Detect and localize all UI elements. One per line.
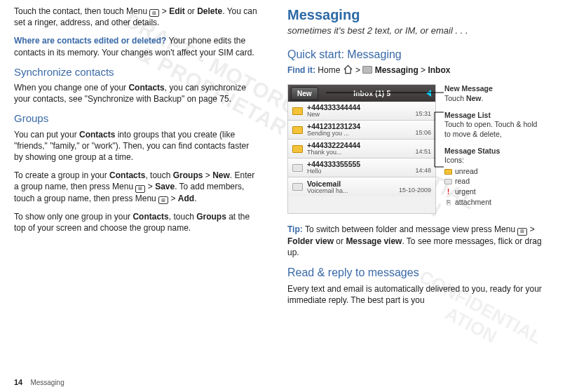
para-groups-intro: You can put your Contacts into groups th… bbox=[14, 129, 259, 163]
message-row[interactable]: +441231231234Sending you ... 15:06 bbox=[288, 121, 435, 140]
callout-message-list: Message List Touch to open. Touch & hold… bbox=[444, 111, 543, 140]
page-footer: 14 Messaging bbox=[14, 377, 64, 388]
menu-icon: ⊞ bbox=[517, 228, 527, 236]
para-where-edited: Where are contacts edited or deleted? Yo… bbox=[14, 35, 259, 58]
left-column: Touch the contact, then touch Menu ⊞ > E… bbox=[14, 6, 259, 313]
heading-messaging: Messaging bbox=[287, 6, 547, 25]
envelope-icon bbox=[292, 126, 303, 134]
read-icon bbox=[444, 179, 452, 184]
page-number: 14 bbox=[14, 378, 22, 386]
unread-icon bbox=[444, 169, 452, 175]
messaging-icon bbox=[362, 66, 372, 74]
heading-synchronize: Synchronize contacts bbox=[14, 65, 259, 79]
message-time: 15:31 bbox=[415, 109, 431, 118]
message-row[interactable]: +444332224444Thank you... 14:51 bbox=[288, 140, 435, 158]
message-row[interactable]: +444333344444New 15:31 bbox=[288, 102, 435, 121]
phone-header: New Inbox (1) 5 bbox=[288, 85, 435, 102]
phone-diagram: New Inbox (1) 5 +444333344444New 15:31 +… bbox=[287, 84, 547, 214]
message-time: 15:06 bbox=[415, 128, 431, 137]
para-edit-delete: Touch the contact, then touch Menu ⊞ > E… bbox=[14, 6, 259, 28]
new-button[interactable]: New bbox=[291, 87, 318, 101]
para-create-group: To create a group in your Contacts, touc… bbox=[14, 170, 259, 204]
attachment-icon: ⎘ bbox=[444, 198, 452, 207]
envelope-icon bbox=[292, 164, 303, 172]
para-show-group: To show only one group in your Contacts,… bbox=[14, 211, 259, 234]
menu-icon: ⊞ bbox=[135, 185, 145, 193]
menu-icon: ⊞ bbox=[149, 9, 159, 17]
envelope-icon bbox=[292, 183, 303, 191]
para-sync: When you change one of your Contacts, yo… bbox=[14, 82, 259, 104]
heading-groups: Groups bbox=[14, 111, 259, 126]
find-it-path: Find it: Home > Messaging > Inbox bbox=[287, 65, 547, 77]
message-row[interactable]: VoicemailVoicemail ha... 15-10-2009 bbox=[288, 177, 435, 196]
phone-mock: New Inbox (1) 5 +444333344444New 15:31 +… bbox=[287, 84, 436, 214]
subheading-messaging: sometimes it's best 2 text, or IM, or em… bbox=[287, 25, 547, 37]
message-time: 15-10-2009 bbox=[399, 186, 431, 194]
message-row[interactable]: +444333355555Hello 14:48 bbox=[288, 158, 435, 177]
callout-new-message: New Message Touch New. bbox=[444, 84, 543, 103]
home-icon bbox=[343, 65, 353, 77]
faq-heading: Where are contacts edited or deleted? bbox=[14, 36, 166, 46]
envelope-icon bbox=[292, 145, 303, 153]
nav-triangle-icon[interactable] bbox=[426, 90, 431, 97]
para-tip: Tip: To switch between folder and messag… bbox=[287, 224, 547, 258]
envelope-icon bbox=[292, 107, 303, 115]
right-column: Messaging sometimes it's best 2 text, or… bbox=[287, 6, 547, 313]
urgent-icon: ! bbox=[444, 188, 452, 196]
message-time: 14:51 bbox=[415, 147, 431, 156]
callouts: New Message Touch New. Message List Touc… bbox=[444, 84, 543, 214]
heading-quickstart: Quick start: Messaging bbox=[287, 47, 547, 62]
inbox-title: Inbox (1) 5 bbox=[318, 89, 426, 99]
para-read-reply: Every text and email is automatically de… bbox=[287, 283, 547, 306]
message-list: +444333344444New 15:31 +441231231234Send… bbox=[288, 102, 435, 196]
menu-icon: ⊞ bbox=[158, 196, 168, 204]
callout-message-status: Message Status Icons: unread read !urgen… bbox=[444, 147, 543, 208]
heading-read-reply: Read & reply to messages bbox=[287, 265, 547, 281]
footer-section-name: Messaging bbox=[30, 379, 64, 386]
message-time: 14:48 bbox=[415, 166, 431, 175]
